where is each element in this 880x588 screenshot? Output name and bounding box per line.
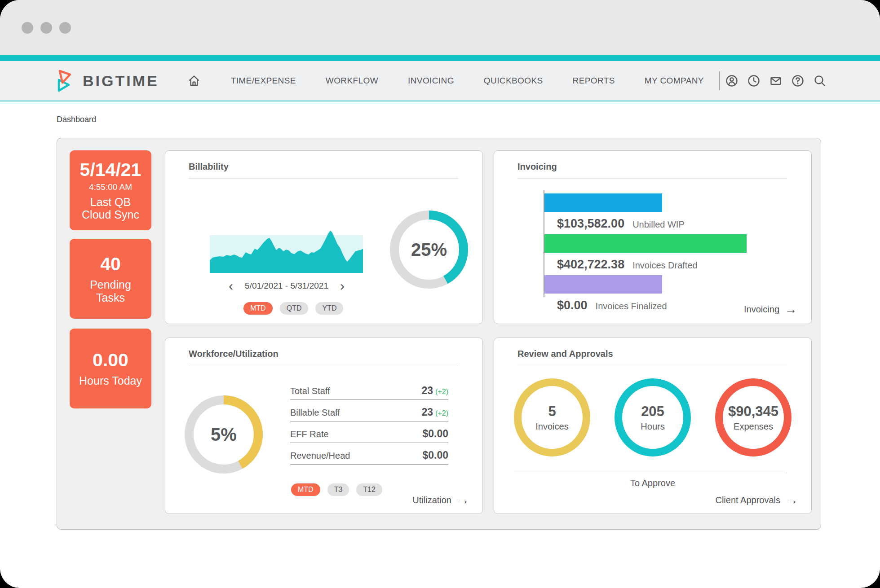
nav-home[interactable] (187, 74, 201, 88)
workforce-table: Total Staff 23(+2) Billable Staff 23(+2)… (290, 378, 448, 465)
ring-invoices-value: 5 (548, 404, 556, 420)
billability-date-nav: ‹ 5/01/2021 - 5/31/2021 › (197, 281, 376, 291)
ring-hours: 205 Hours (615, 378, 691, 456)
client-approvals-link-label: Client Approvals (715, 495, 780, 505)
invoicing-label-unbilled-wip: Unbilled WIP (632, 219, 685, 230)
window-button-close[interactable] (22, 22, 33, 34)
utilization-link[interactable]: Utilization → (412, 494, 469, 506)
invoicing-bar-invoices-drafted (544, 234, 747, 253)
billability-card: Billability 25% ‹ 5/01/2021 - 5/31/2021 (165, 150, 483, 324)
ring-hours-value: 205 (641, 404, 664, 420)
workforce-pill-group: MTD T3 T12 (291, 483, 382, 496)
mail-icon[interactable] (769, 74, 783, 88)
invoicing-row-invoices-drafted: $402,722.38 Invoices Drafted (557, 258, 698, 272)
breadcrumb: Dashboard (57, 115, 880, 124)
billability-area-chart (210, 228, 363, 273)
nav-menu: TIME/EXPENSE WORKFLOW INVOICING QUICKBOO… (187, 74, 704, 88)
invoicing-title: Invoicing (517, 162, 557, 172)
review-rings: 5 Invoices 205 Hours $90,345 Expenses (514, 378, 792, 456)
help-icon[interactable] (791, 74, 805, 88)
invoicing-value-unbilled-wip: $103,582.00 (557, 217, 624, 231)
arrow-right-icon: → (457, 494, 469, 506)
workforce-row-label: EFF Rate (290, 429, 329, 439)
workforce-row-label: Total Staff (290, 386, 330, 396)
date-prev-chevron[interactable]: ‹ (227, 281, 235, 290)
ring-invoices-label: Invoices (535, 421, 568, 432)
nav-divider (719, 71, 720, 90)
window-button-zoom[interactable] (59, 22, 71, 34)
invoicing-bar-unbilled-wip (544, 193, 662, 212)
billability-date-range: 5/01/2021 - 5/31/2021 (245, 281, 328, 291)
main-content: Dashboard 5/14/21 4:55:00 AM Last QB Clo… (0, 101, 880, 530)
clock-icon[interactable] (747, 74, 761, 88)
billability-pill-group: MTD QTD YTD (243, 302, 343, 315)
invoicing-card: Invoicing $103,582.00 Unbilled WIP $402,… (494, 150, 812, 324)
home-icon (187, 74, 201, 88)
window-button-minimize[interactable] (40, 22, 52, 34)
pending-tasks-label: Pending Tasks (90, 278, 131, 304)
invoicing-rule (517, 179, 787, 179)
hours-today-label: Hours Today (79, 374, 142, 387)
search-icon[interactable] (813, 74, 827, 88)
invoicing-link-label: Invoicing (744, 304, 779, 315)
invoicing-label-invoices-drafted: Invoices Drafted (632, 260, 698, 271)
workforce-row-value: 23(+2) (422, 406, 449, 418)
workforce-title: Workforce/Utilization (189, 349, 279, 359)
bigtime-logo[interactable]: BIGTIME (55, 69, 159, 93)
ring-expenses: $90,345 Expenses (715, 378, 792, 456)
invoicing-row-invoices-finalized: $0.00 Invoices Finalized (557, 298, 667, 312)
invoicing-link[interactable]: Invoicing → (744, 303, 797, 316)
table-row: Revenue/Head $0.00 (290, 443, 448, 465)
nav-item-quickbooks[interactable]: QUICKBOOKS (484, 76, 543, 86)
client-approvals-link[interactable]: Client Approvals → (715, 494, 798, 506)
nav-item-invoicing[interactable]: INVOICING (408, 76, 454, 86)
brand-accent-strip (0, 55, 880, 61)
nav-item-reports[interactable]: REPORTS (573, 76, 615, 86)
billability-donut: 25% (389, 209, 469, 290)
billability-pill-mtd[interactable]: MTD (243, 302, 273, 315)
review-title: Review and Approvals (517, 349, 613, 359)
workforce-percent: 5% (183, 394, 264, 475)
workforce-pill-t12[interactable]: T12 (356, 483, 382, 496)
invoicing-value-invoices-drafted: $402,722.38 (557, 258, 624, 272)
review-rule (517, 366, 787, 366)
last-sync-date: 5/14/21 (80, 159, 142, 180)
nav-item-time-expense[interactable]: TIME/EXPENSE (231, 76, 296, 86)
arrow-right-icon: → (786, 494, 798, 506)
utilization-link-label: Utilization (412, 495, 451, 505)
workforce-pill-mtd[interactable]: MTD (291, 483, 320, 496)
invoicing-value-invoices-finalized: $0.00 (557, 298, 588, 312)
bigtime-logo-mark (55, 69, 75, 93)
workforce-pill-t3[interactable]: T3 (327, 483, 349, 496)
kpi-card-last-sync: 5/14/21 4:55:00 AM Last QB Cloud Sync (70, 150, 151, 230)
workforce-donut: 5% (183, 394, 264, 475)
review-approvals-card: Review and Approvals 5 Invoices 205 Hour… (494, 338, 812, 514)
billability-percent: 25% (389, 209, 469, 290)
date-next-chevron[interactable]: › (338, 281, 346, 290)
billability-pill-ytd[interactable]: YTD (315, 302, 343, 315)
invoicing-label-invoices-finalized: Invoices Finalized (596, 301, 667, 312)
billability-rule (189, 179, 458, 179)
user-icon[interactable] (725, 74, 739, 88)
workforce-row-value: 23(+2) (422, 385, 449, 397)
workforce-row-value: $0.00 (422, 449, 448, 461)
kpi-card-pending-tasks: 40 Pending Tasks (70, 239, 151, 319)
workforce-card: Workforce/Utilization 5% Total Staff 23(… (165, 338, 483, 514)
nav-item-workflow[interactable]: WORKFLOW (326, 76, 378, 86)
nav-item-my-company[interactable]: MY COMPANY (645, 76, 704, 86)
billability-pill-qtd[interactable]: QTD (280, 302, 309, 315)
window-titlebar (0, 0, 880, 55)
invoicing-row-unbilled-wip: $103,582.00 Unbilled WIP (557, 217, 685, 231)
app-window: BIGTIME TIME/EXPENSE WORKFLOW INVOICING … (0, 0, 880, 588)
top-navbar: BIGTIME TIME/EXPENSE WORKFLOW INVOICING … (0, 61, 880, 101)
invoicing-bar-invoices-finalized (544, 275, 662, 294)
billability-title: Billability (189, 162, 229, 172)
dashboard-panel: 5/14/21 4:55:00 AM Last QB Cloud Sync 40… (57, 138, 821, 530)
workforce-row-value: $0.00 (422, 428, 448, 440)
table-row: EFF Rate $0.00 (290, 421, 448, 443)
workforce-row-label: Revenue/Head (290, 451, 350, 461)
arrow-right-icon: → (785, 303, 797, 316)
ring-hours-label: Hours (641, 421, 664, 432)
bigtime-logo-text: BIGTIME (83, 72, 159, 90)
delta-badge: (+2) (435, 388, 448, 395)
